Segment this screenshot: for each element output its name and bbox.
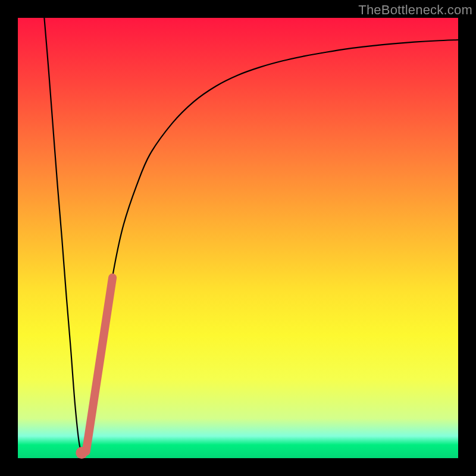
chart-frame: TheBottleneck.com (0, 0, 476, 476)
bottleneck-curve-path (44, 18, 458, 454)
highlight-segment-line (86, 278, 112, 452)
watermark-text: TheBottleneck.com (358, 2, 472, 18)
plot-area (18, 18, 458, 458)
highlight-dot-circle (76, 447, 87, 459)
chart-svg (18, 18, 458, 458)
